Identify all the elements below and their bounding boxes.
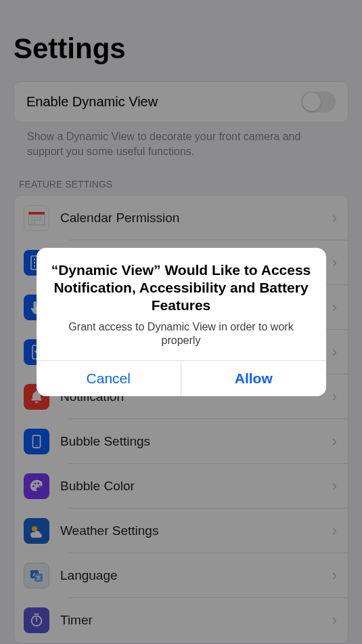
cancel-button[interactable]: Cancel (37, 361, 181, 396)
alert-title: “Dynamic View” Would Like to Access Noti… (51, 261, 311, 315)
alert-message: Grant access to Dynamic View in order to… (51, 320, 311, 349)
modal-overlay: “Dynamic View” Would Like to Access Noti… (0, 0, 362, 644)
alert-actions: Cancel Allow (37, 360, 326, 396)
allow-button[interactable]: Allow (181, 361, 326, 396)
permission-alert: “Dynamic View” Would Like to Access Noti… (37, 248, 326, 396)
